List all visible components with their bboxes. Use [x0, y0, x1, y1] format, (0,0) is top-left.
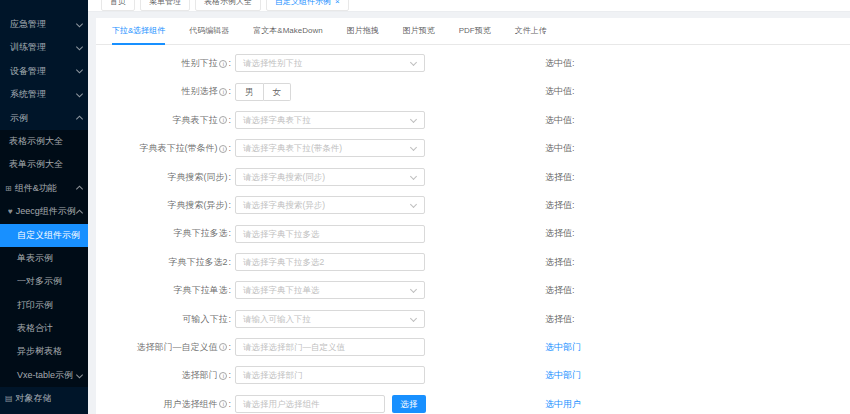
field-colon: :: [228, 285, 231, 295]
sidebar-item[interactable]: ♥Jeecg组件示例: [0, 200, 88, 223]
sidebar-item[interactable]: 示例: [0, 107, 88, 130]
chevron-down-icon: [76, 44, 83, 51]
field-label: 字典下拉单选:: [96, 276, 231, 304]
sidebar-item[interactable]: 异步树表格: [0, 340, 88, 363]
field-label-text: 字典表下拉: [172, 115, 217, 125]
info-icon[interactable]: i: [219, 343, 227, 351]
info-icon[interactable]: i: [219, 60, 227, 68]
field-label-text: 用户选择组件: [163, 399, 217, 409]
sidebar-item-label: 系统管理: [10, 89, 46, 99]
form-row: 可输入下拉:请输入可输入下拉选择值:: [96, 305, 850, 333]
sidebar-item[interactable]: ▤对象存储: [0, 387, 88, 410]
select-field[interactable]: 请选择性别下拉: [235, 54, 425, 72]
field-label: 字典下拉多选:: [96, 219, 231, 247]
heart-icon: ♥: [8, 200, 13, 223]
select-field[interactable]: 请选择字典搜索(异步): [235, 196, 425, 214]
selected-value-label: 选择值:: [545, 305, 575, 333]
field-colon: :: [228, 86, 231, 96]
sidebar-item-label: 对象存储: [16, 393, 52, 403]
selected-value-label: 选择值:: [545, 191, 575, 219]
radio-option[interactable]: 女: [264, 83, 292, 101]
info-icon[interactable]: i: [219, 88, 227, 96]
field-label: 选择部门—自定义值i:: [96, 333, 231, 361]
selected-value-label: 选中部门: [545, 361, 581, 389]
content-tab[interactable]: 代码编辑器: [189, 18, 229, 44]
sidebar-item-label: 打印示例: [17, 300, 53, 310]
input-field[interactable]: 请选择选择部门: [235, 366, 425, 384]
field-label: 字典搜索(异步):: [96, 191, 231, 219]
sidebar-item-label: 一对多示例: [17, 276, 62, 286]
sidebar-item[interactable]: 单表示例: [0, 247, 88, 270]
form-row: 性别下拉i:请选择性别下拉选中值:: [96, 49, 850, 77]
field-label-text: 字典搜索(同步): [167, 172, 227, 182]
content-tab[interactable]: PDF预览: [459, 18, 491, 44]
field-colon: :: [228, 257, 231, 267]
sidebar-item[interactable]: 表格合计: [0, 317, 88, 340]
sidebar-item-label: Vxe-table示例: [17, 370, 73, 380]
field-colon: :: [228, 200, 231, 210]
form-row: 字典表下拉i:请选择字典表下拉选中值:: [96, 106, 850, 134]
sidebar-item[interactable]: 表格示例大全: [0, 130, 88, 153]
content-tab[interactable]: 富文本&MakeDown: [253, 18, 322, 44]
input-field[interactable]: 请选择用户选择组件: [235, 395, 385, 413]
close-icon[interactable]: ×: [335, 0, 340, 6]
page-tab[interactable]: 表格示例大全: [195, 0, 261, 11]
select-field[interactable]: 请输入可输入下拉: [235, 310, 425, 328]
input-field[interactable]: 请选择字典下拉多选: [235, 225, 425, 243]
sidebar-item[interactable]: Vxe-table示例: [0, 364, 88, 387]
input-field[interactable]: 请选择选择部门—自定义值: [235, 338, 425, 356]
sidebar-item[interactable]: 一对多示例: [0, 270, 88, 293]
info-icon[interactable]: i: [219, 372, 227, 380]
sidebar-item[interactable]: 自定义组件示例: [0, 224, 88, 247]
placeholder-text: 请选择字典搜索(同步): [243, 172, 325, 182]
select-field[interactable]: 请选择字典下拉单选: [235, 281, 425, 299]
placeholder-text: 请选择字典下拉单选: [243, 285, 320, 295]
sidebar-item-label: 单表示例: [17, 253, 53, 263]
page-tab-label: 首页: [110, 0, 126, 6]
sidebar-item[interactable]: 系统管理: [0, 83, 88, 106]
info-icon[interactable]: i: [219, 400, 227, 408]
sidebar-item[interactable]: 表单示例大全: [0, 153, 88, 176]
content-tab[interactable]: 图片预览: [403, 18, 435, 44]
input-field[interactable]: 请选择字典下拉多选2: [235, 253, 425, 271]
placeholder-text: 请选择字典搜索(异步): [243, 200, 325, 210]
chevron-down-icon: [76, 90, 83, 97]
select-user-button[interactable]: 选择: [392, 395, 426, 413]
chevron-up-icon: [76, 186, 83, 193]
sidebar-item-label: 训练管理: [10, 42, 46, 52]
sidebar-item[interactable]: 训练管理: [0, 36, 88, 59]
field-colon: :: [228, 370, 231, 380]
selected-value-label: 选择值:: [545, 163, 575, 191]
page-tab[interactable]: 自定义组件示例×: [266, 0, 349, 11]
sidebar-item-label: 表单示例大全: [9, 159, 63, 169]
page-tab-label: 菜单管理: [149, 0, 181, 6]
selected-value-label: 选择值:: [545, 248, 575, 276]
select-field[interactable]: 请选择字典表下拉: [235, 111, 425, 129]
field-label: 字典表下拉i:: [96, 106, 231, 134]
content-tab[interactable]: 下拉&选择组件: [112, 18, 165, 45]
content-tab[interactable]: 图片拖拽: [347, 18, 379, 44]
chevron-up-icon: [76, 116, 83, 123]
info-icon[interactable]: i: [219, 145, 227, 153]
sidebar-item[interactable]: 应急管理: [0, 13, 88, 36]
sidebar-item[interactable]: 设备管理: [0, 60, 88, 83]
placeholder-text: 请输入可输入下拉: [243, 314, 311, 324]
field-label: 字典表下拉(带条件)i:: [96, 134, 231, 162]
sidebar-item[interactable]: 打印示例: [0, 294, 88, 317]
field-label-text: 字典搜索(异步): [167, 200, 227, 210]
select-field[interactable]: 请选择字典搜索(同步): [235, 168, 425, 186]
page-tab[interactable]: 首页: [101, 0, 135, 11]
page-tab[interactable]: 菜单管理: [140, 0, 190, 11]
sidebar-item-label: 表格示例大全: [9, 136, 63, 146]
select-field[interactable]: 请选择字典表下拉(带条件): [235, 139, 425, 157]
sidebar-item[interactable]: ⊞组件&功能: [0, 177, 88, 200]
placeholder-text: 请选择字典下拉多选: [243, 229, 320, 239]
field-colon: :: [228, 228, 231, 238]
field-label: 选择部门i:: [96, 361, 231, 389]
radio-option[interactable]: 男: [235, 83, 264, 101]
field-label-text: 字典下拉多选2: [168, 257, 227, 267]
selected-value-label: 选中值:: [545, 134, 575, 162]
info-icon[interactable]: i: [219, 116, 227, 124]
content-tab[interactable]: 文件上传: [515, 18, 547, 44]
selected-value-label: 选中值:: [545, 106, 575, 134]
